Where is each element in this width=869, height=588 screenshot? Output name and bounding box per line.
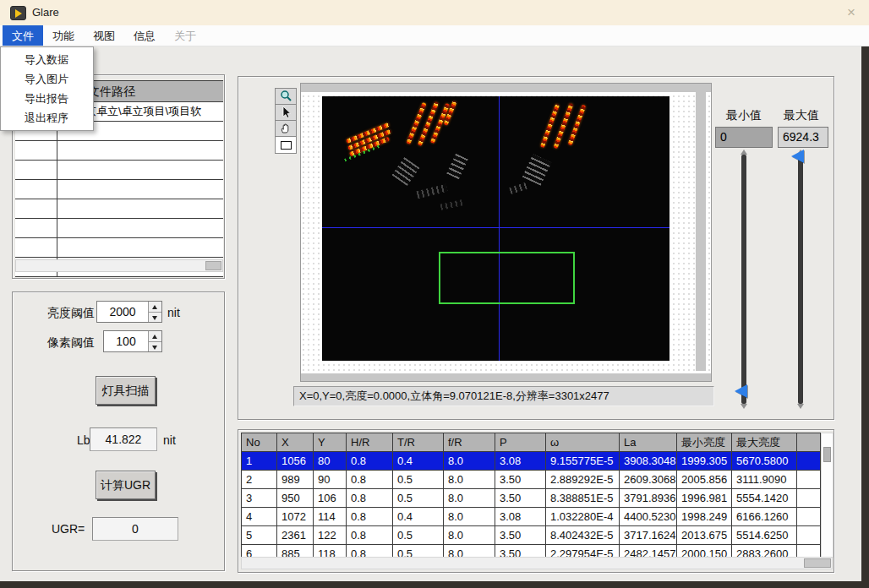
table-cell[interactable]: 0.8 bbox=[347, 489, 393, 508]
table-cell[interactable]: 0.8 bbox=[347, 452, 393, 471]
table-cell[interactable]: 8.388851E-5 bbox=[546, 489, 620, 508]
table-cell[interactable]: 2361 bbox=[277, 526, 314, 545]
table-cell[interactable]: 0.8 bbox=[347, 526, 393, 545]
zoom-tool-icon[interactable] bbox=[276, 89, 296, 105]
table-cell[interactable]: 3.08 bbox=[495, 508, 546, 526]
pixel-threshold-value[interactable]: 100 bbox=[104, 331, 148, 351]
table-cell[interactable]: 0.5 bbox=[393, 545, 444, 558]
brightness-threshold-spinner[interactable]: 2000 bbox=[96, 301, 162, 323]
table-cell[interactable]: 6166.1260 bbox=[732, 508, 797, 526]
spin-up-icon[interactable] bbox=[149, 302, 161, 312]
table-cell[interactable]: 1998.249 bbox=[677, 508, 732, 526]
table-cell[interactable]: 122 bbox=[314, 526, 347, 545]
max-slider-track[interactable] bbox=[798, 155, 803, 404]
table-cell[interactable] bbox=[797, 545, 821, 558]
close-icon[interactable]: × bbox=[842, 3, 861, 22]
path-cell[interactable] bbox=[15, 161, 57, 179]
table-cell[interactable]: 3111.9090 bbox=[732, 471, 797, 489]
file-menu-item[interactable]: 导入数据 bbox=[1, 50, 93, 69]
table-cell[interactable]: 2.889292E-5 bbox=[546, 471, 620, 489]
table-cell[interactable]: 2883.2600 bbox=[732, 545, 797, 558]
path-cell[interactable] bbox=[57, 161, 210, 179]
table-cell[interactable]: 3.50 bbox=[495, 489, 546, 508]
table-cell[interactable]: 3.50 bbox=[495, 545, 546, 558]
table-cell[interactable]: 1 bbox=[242, 452, 277, 471]
file-menu-item[interactable]: 导出报告 bbox=[1, 89, 93, 108]
table-cell[interactable]: 4 bbox=[242, 508, 277, 526]
table-row[interactable]: 2989900.80.58.03.502.889292E-52609.30682… bbox=[242, 471, 833, 489]
table-cell[interactable]: 3.50 bbox=[495, 526, 546, 545]
path-table-row[interactable] bbox=[15, 219, 223, 238]
results-col-header[interactable]: X bbox=[277, 433, 314, 452]
table-cell[interactable]: 0.4 bbox=[393, 452, 444, 471]
table-cell[interactable]: 885 bbox=[277, 545, 314, 558]
calc-ugr-button[interactable]: 计算UGR bbox=[96, 471, 156, 499]
table-cell[interactable] bbox=[797, 526, 821, 545]
table-cell[interactable]: 6 bbox=[242, 545, 277, 558]
table-cell[interactable] bbox=[797, 452, 821, 471]
menu-item[interactable]: 文件 bbox=[3, 25, 43, 46]
table-cell[interactable]: 2013.675 bbox=[677, 526, 732, 545]
max-slider-thumb[interactable] bbox=[791, 150, 804, 163]
table-cell[interactable]: 90 bbox=[314, 471, 347, 489]
table-cell[interactable]: 106 bbox=[314, 489, 347, 508]
table-cell[interactable]: 0.8 bbox=[347, 545, 393, 558]
path-table-hscroll-thumb[interactable] bbox=[205, 261, 221, 270]
min-slider-thumb[interactable] bbox=[735, 384, 747, 398]
path-cell[interactable] bbox=[15, 219, 57, 237]
table-cell[interactable]: 4400.5230 bbox=[620, 508, 677, 526]
results-col-header[interactable]: f/R bbox=[444, 433, 495, 452]
min-slider-track[interactable] bbox=[741, 155, 746, 404]
results-col-header[interactable]: 最小亮度 bbox=[677, 433, 732, 452]
table-cell[interactable]: 8.0 bbox=[444, 489, 495, 508]
table-cell[interactable]: 5670.5800 bbox=[732, 452, 797, 471]
table-cell[interactable]: 1996.981 bbox=[677, 489, 732, 508]
table-cell[interactable]: 2.297954E-5 bbox=[546, 545, 620, 558]
path-table-row[interactable] bbox=[15, 180, 223, 199]
lamp-scan-button[interactable]: 灯具扫描 bbox=[96, 376, 156, 405]
table-cell[interactable]: 8.0 bbox=[444, 526, 495, 545]
results-col-header[interactable] bbox=[797, 433, 821, 452]
table-cell[interactable]: 950 bbox=[277, 489, 314, 508]
table-cell[interactable]: 3908.3048 bbox=[620, 452, 677, 471]
pan-tool-icon[interactable] bbox=[276, 121, 296, 137]
table-cell[interactable]: 0.8 bbox=[347, 471, 393, 489]
results-vscrollbar[interactable] bbox=[821, 433, 833, 558]
table-cell[interactable]: 2609.3068 bbox=[620, 471, 677, 489]
table-row[interactable]: 523611220.80.58.03.508.402432E-53717.162… bbox=[242, 526, 833, 545]
table-cell[interactable]: 114 bbox=[314, 508, 347, 526]
brightness-threshold-value[interactable]: 2000 bbox=[97, 302, 148, 322]
table-row[interactable]: 410721140.80.48.03.081.032280E-44400.523… bbox=[242, 508, 833, 526]
image-viewport[interactable] bbox=[300, 83, 712, 382]
menu-item[interactable]: 视图 bbox=[84, 25, 124, 46]
table-cell[interactable]: 2005.856 bbox=[677, 471, 732, 489]
results-col-header[interactable]: T/R bbox=[393, 433, 444, 452]
results-col-header[interactable]: No bbox=[242, 433, 277, 452]
results-hscrollbar[interactable] bbox=[241, 557, 833, 569]
table-cell[interactable]: 8.0 bbox=[444, 508, 495, 526]
table-cell[interactable]: 989 bbox=[277, 471, 314, 489]
path-cell[interactable] bbox=[57, 180, 210, 199]
file-menu-item[interactable]: 导入图片 bbox=[1, 69, 93, 89]
table-cell[interactable]: 2000.150 bbox=[677, 545, 732, 558]
roi-rectangle[interactable] bbox=[439, 252, 575, 304]
table-cell[interactable]: 0.5 bbox=[393, 489, 444, 508]
table-cell[interactable] bbox=[797, 489, 821, 508]
path-cell[interactable] bbox=[57, 219, 210, 237]
table-cell[interactable]: 8.0 bbox=[444, 452, 495, 471]
results-col-header[interactable]: 最大亮度 bbox=[732, 433, 797, 452]
path-table-row[interactable] bbox=[15, 161, 223, 180]
table-row[interactable]: 11056800.80.48.03.089.155775E-53908.3048… bbox=[242, 452, 833, 471]
min-value-box[interactable]: 0 bbox=[715, 127, 773, 148]
table-cell[interactable] bbox=[797, 508, 821, 526]
table-row[interactable]: 39501060.80.58.03.508.388851E-53791.8936… bbox=[242, 489, 833, 508]
path-cell[interactable] bbox=[15, 199, 57, 218]
viewport-vscrollbar[interactable] bbox=[696, 92, 706, 371]
table-row[interactable]: 68851180.80.58.03.502.297954E-52482.1457… bbox=[242, 545, 833, 558]
spin-down-icon[interactable] bbox=[149, 312, 161, 323]
table-cell[interactable]: 3.08 bbox=[495, 452, 546, 471]
table-cell[interactable]: 8.0 bbox=[444, 545, 495, 558]
table-cell[interactable]: 118 bbox=[314, 545, 347, 558]
menu-item[interactable]: 关于 bbox=[165, 25, 205, 46]
table-cell[interactable]: 2 bbox=[242, 471, 277, 489]
